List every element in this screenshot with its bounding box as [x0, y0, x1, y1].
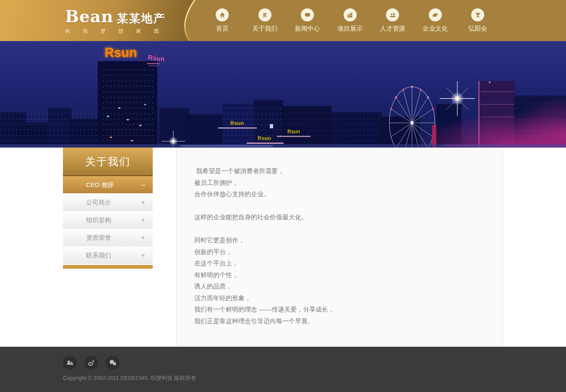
nav-item-projects[interactable]: 项目展示: [329, 0, 372, 41]
nav-label: 新闻中心: [295, 25, 320, 33]
svg-text:R: R: [263, 13, 267, 18]
nav-label: 项目展示: [337, 25, 363, 33]
expand-icon[interactable]: +: [141, 229, 145, 247]
about-sidebar: 关于我们 CEO 致辞 – 公司简介 + 组织架构 + 资质荣誉 + 联系我们 …: [63, 148, 153, 269]
header: Bean 某某地产 构 筑 梦 想 家 园 首页 R 关于我们: [0, 0, 566, 41]
weibo-icon[interactable]: [84, 356, 98, 370]
hero-banner: Rsun Rsun Rsun Rsun Rsun: [0, 41, 566, 148]
banner-neon-sign-main: Rsun: [104, 45, 137, 60]
nav-item-club[interactable]: 弘阳会: [456, 0, 499, 41]
nav-label: 关于我们: [252, 25, 277, 33]
nav-item-hr[interactable]: 人才资源: [371, 0, 414, 41]
brand-r-icon: R: [258, 8, 271, 21]
social-links: [63, 356, 127, 370]
logo-brand-cn: 某某地产: [117, 11, 165, 26]
nav-item-about[interactable]: R 关于我们: [244, 0, 287, 41]
collapse-icon[interactable]: –: [141, 176, 145, 194]
cityscape-night-image: Rsun Rsun Rsun Rsun Rsun: [0, 41, 566, 148]
main-nav: 首页 R 关于我们 新闻中心 项目展示: [201, 0, 499, 41]
sidebar-title: 关于我们: [63, 148, 153, 176]
expand-icon[interactable]: +: [141, 194, 145, 211]
planet-icon: [429, 8, 442, 21]
sidebar-item-label: 公司简介: [86, 199, 111, 206]
logo[interactable]: Bean 某某地产 构 筑 梦 想 家 园: [65, 7, 191, 35]
ceo-speech-text: 我希望是一个被消费者所需要， 被员工所拥护， 合作伙伴放心支持的企业。 这样的企…: [177, 148, 503, 327]
nav-item-culture[interactable]: 企业文化: [414, 0, 457, 41]
people-group-icon[interactable]: [63, 356, 77, 370]
page: Bean 某某地产 构 筑 梦 想 家 园 首页 R 关于我们: [0, 0, 566, 392]
home-icon: [216, 8, 229, 21]
sidebar-accent-bar: [63, 265, 153, 269]
logo-tagline: 构 筑 梦 想 家 园: [65, 28, 191, 35]
sidebar-item-label: 组织架构: [86, 216, 111, 223]
logo-brand-en: Bean: [65, 7, 113, 26]
buildings-icon: [344, 8, 357, 21]
sidebar-item-honors[interactable]: 资质荣誉 +: [63, 229, 153, 247]
copyright-text: Copyright © 2002-2011 DEDECMS. 织梦科技 版权所有: [63, 374, 196, 382]
nav-label: 人才资源: [380, 25, 405, 33]
sidebar-item-label: 资质荣誉: [86, 234, 111, 241]
expand-icon[interactable]: +: [141, 247, 145, 264]
people-icon: [386, 8, 399, 21]
sidebar-item-organization[interactable]: 组织架构 +: [63, 211, 153, 229]
expand-icon[interactable]: +: [141, 211, 145, 229]
sidebar-item-company-profile[interactable]: 公司简介 +: [63, 194, 153, 211]
footer: Copyright © 2002-2011 DEDECMS. 织梦科技 版权所有: [0, 347, 566, 392]
nav-label: 首页: [216, 25, 229, 33]
banner-neon-sign-small-3: Rsun: [258, 135, 271, 141]
sidebar-item-contact[interactable]: 联系我们 +: [63, 247, 153, 264]
banner-neon-sign-small-2: Rsun: [287, 129, 300, 135]
nav-label: 弘阳会: [468, 25, 487, 33]
banner-neon-sign-small-1: Rsun: [230, 120, 244, 126]
nav-item-home[interactable]: 首页: [201, 0, 244, 41]
ceo-speech-panel: 我希望是一个被消费者所需要， 被员工所拥护， 合作伙伴放心支持的企业。 这样的企…: [176, 148, 503, 346]
sidebar-item-ceo-speech[interactable]: CEO 致辞 –: [63, 176, 153, 194]
chat-bubble-icon: [301, 8, 314, 21]
sidebar-item-label: CEO 致辞: [86, 181, 114, 188]
sidebar-item-label: 联系我们: [86, 252, 111, 259]
trophy-icon: [471, 8, 484, 21]
nav-item-news[interactable]: 新闻中心: [286, 0, 329, 41]
nav-label: 企业文化: [423, 25, 448, 33]
wechat-icon[interactable]: [106, 356, 120, 370]
